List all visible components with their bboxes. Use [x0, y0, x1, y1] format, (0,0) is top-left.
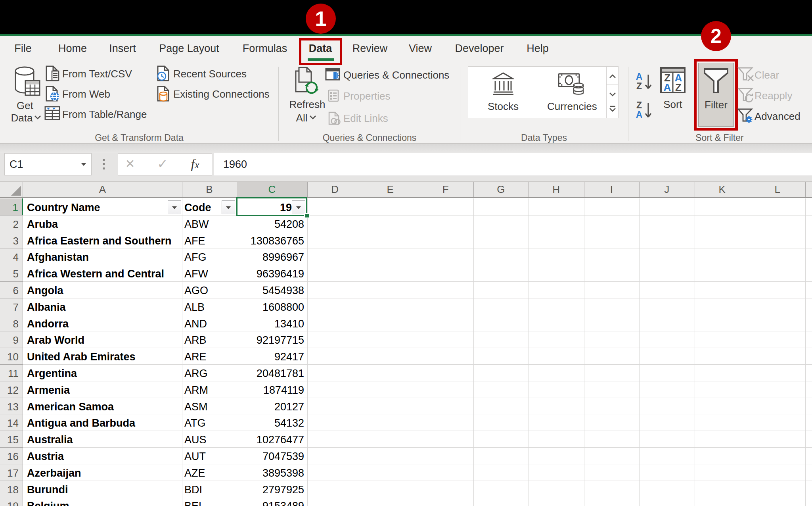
- svg-text:Z: Z: [636, 81, 642, 90]
- svg-text:A: A: [664, 81, 671, 93]
- svg-text:Z: Z: [675, 81, 682, 93]
- svg-text:Z: Z: [636, 102, 642, 110]
- svg-text:A: A: [636, 73, 643, 82]
- svg-text:A: A: [636, 110, 643, 119]
